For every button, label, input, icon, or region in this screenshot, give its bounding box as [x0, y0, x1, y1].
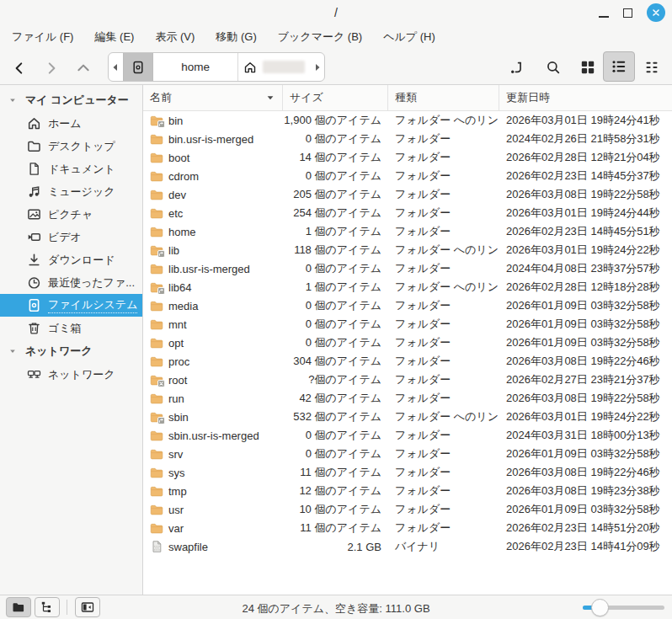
file-row[interactable]: lib.usr-is-merged0 個のアイテムフォルダー2024年04月08… [143, 259, 672, 278]
up-icon[interactable] [72, 59, 94, 77]
file-row[interactable]: etc254 個のアイテムフォルダー2026年03月01日 19時24分44秒 [143, 204, 672, 222]
menu-item-view[interactable]: 表示 (V) [155, 29, 195, 45]
cell-name: swapfile [143, 540, 283, 553]
column-header-modified[interactable]: 更新日時 [499, 85, 672, 110]
compact-view-icon[interactable] [643, 59, 660, 76]
maximize-icon[interactable] [623, 8, 632, 18]
sidebar-item-pictures[interactable]: ピクチャ [0, 203, 142, 226]
file-name: sys [168, 467, 185, 479]
menu-item-edit[interactable]: 編集 (E) [94, 29, 134, 45]
menu-item-file[interactable]: ファイル (F) [12, 29, 73, 45]
file-row[interactable]: home1 個のアイテムフォルダー2026年02月23日 14時45分51秒 [143, 222, 672, 241]
expander-icon[interactable] [8, 347, 17, 355]
cell-size: 11 個のアイテム [283, 465, 388, 480]
file-name: swapfile [168, 541, 208, 553]
file-row[interactable]: opt0 個のアイテムフォルダー2026年01月09日 03時32分58秒 [143, 334, 672, 352]
sidebar-section-network[interactable]: ネットワーク [0, 339, 142, 363]
minimize-icon[interactable] [599, 8, 609, 18]
file-row[interactable]: swapfile2.1 GBバイナリ2026年02月23日 14時41分09秒 [143, 537, 672, 556]
folder-icon [27, 139, 41, 153]
sidebar-section-my-computer[interactable]: マイ コンピューター [0, 88, 142, 112]
cell-size: 532 個のアイテム [283, 409, 388, 424]
breadcrumb-scroll-right-icon[interactable] [310, 53, 324, 81]
column-header-type[interactable]: 種類 [388, 85, 499, 110]
sidebar-item-documents[interactable]: ドキュメント [0, 157, 142, 180]
file-row[interactable]: cdrom0 個のアイテムフォルダー2026年02月23日 14時45分37秒 [143, 167, 672, 185]
menu-item-go[interactable]: 移動 (G) [216, 29, 256, 45]
folder-icon [150, 447, 163, 461]
breadcrumb-scroll-left-icon[interactable] [109, 53, 123, 81]
sidebar-item-desktop[interactable]: デスクトップ [0, 135, 142, 157]
file-row[interactable]: tmp12 個のアイテムフォルダー2026年03月08日 19時23分38秒 [143, 482, 672, 500]
file-row[interactable]: mnt0 個のアイテムフォルダー2026年01月09日 03時32分58秒 [143, 315, 672, 334]
cell-type: フォルダー [388, 465, 499, 480]
sidebar-item-recent[interactable]: 最近使ったファ... [0, 271, 142, 294]
cell-type: フォルダー [388, 483, 499, 499]
menu-item-bookmarks[interactable]: ブックマーク (B) [278, 29, 362, 45]
cell-type: フォルダー [388, 187, 499, 202]
folder-icon [150, 484, 163, 498]
column-header-name[interactable]: 名前 [143, 85, 283, 110]
file-row[interactable]: bin.usr-is-merged0 個のアイテムフォルダー2024年02月26… [143, 130, 672, 148]
link-emblem-icon [157, 250, 165, 257]
folder-icon [150, 410, 163, 424]
menu-item-help[interactable]: ヘルプ (H) [383, 29, 435, 45]
sidebar-item-network[interactable]: ネットワーク [0, 363, 142, 386]
file-row[interactable]: sbin.usr-is-merged0 個のアイテムフォルダー2024年03月3… [143, 426, 672, 445]
icon-view-icon[interactable] [579, 59, 596, 76]
back-icon[interactable] [8, 59, 30, 77]
link-emblem-icon [157, 120, 165, 127]
breadcrumb-filesystem-root[interactable] [123, 53, 153, 81]
file-row[interactable]: usr10 個のアイテムフォルダー2026年01月09日 03時32分58秒 [143, 500, 672, 519]
status-bar: 24 個のアイテム、空き容量: 111.0 GB [0, 595, 672, 619]
cell-modified: 2026年03月01日 19時24分22秒 [499, 243, 672, 258]
breadcrumb-home[interactable]: home [153, 53, 238, 81]
file-row[interactable]: lib641 個のアイテムフォルダー へのリンク2026年02月28日 12時1… [143, 278, 672, 296]
close-icon[interactable] [647, 3, 665, 22]
cell-name: dev [143, 188, 283, 201]
file-row[interactable]: dev205 個のアイテムフォルダー2026年03月08日 19時22分58秒 [143, 185, 672, 204]
file-row[interactable]: run42 個のアイテムフォルダー2026年03月08日 19時22分58秒 [143, 389, 672, 408]
file-row[interactable]: var11 個のアイテムフォルダー2026年02月23日 14時51分20秒 [143, 519, 672, 537]
breadcrumb-user-home[interactable] [238, 53, 310, 81]
expander-icon[interactable] [8, 96, 17, 104]
cell-modified: 2026年02月23日 14時41分09秒 [499, 539, 672, 554]
file-row[interactable]: bin1,900 個のアイテムフォルダー へのリンク2026年03月01日 19… [143, 111, 672, 130]
cell-name: run [143, 392, 283, 405]
location-entry-icon[interactable] [509, 59, 525, 76]
file-name: mnt [168, 318, 187, 331]
sidebar-item-label: ネットワーク [48, 367, 115, 382]
sidebar-item-label: ピクチャ [48, 207, 93, 222]
list-view-button[interactable] [603, 51, 635, 82]
file-name: bin.usr-is-merged [168, 133, 253, 146]
file-row[interactable]: proc304 個のアイテムフォルダー2026年03月08日 19時22分46秒 [143, 352, 672, 371]
sidebar-item-filesystem[interactable]: ファイルシステム [0, 294, 142, 317]
sidebar-item-trash[interactable]: ゴミ箱 [0, 317, 142, 339]
cell-name: lib64 [143, 280, 283, 294]
folder-icon [150, 503, 163, 516]
file-row[interactable]: root?個のアイテムフォルダー2026年02月27日 23時21分37秒 [143, 371, 672, 389]
file-row[interactable]: boot14 個のアイテムフォルダー2026年02月28日 12時21分04秒 [143, 148, 672, 167]
cell-type: フォルダー [388, 150, 499, 165]
sidebar-item-downloads[interactable]: ダウンロード [0, 248, 142, 271]
forward-icon[interactable] [40, 59, 62, 77]
file-row[interactable]: lib118 個のアイテムフォルダー へのリンク2026年03月01日 19時2… [143, 241, 672, 259]
column-header-size[interactable]: サイズ [283, 85, 388, 110]
file-row[interactable]: sys11 個のアイテムフォルダー2026年03月08日 19時22分46秒 [143, 463, 672, 482]
cell-size: 0 個のアイテム [283, 428, 388, 443]
cell-type: フォルダー [388, 446, 499, 462]
search-icon[interactable] [545, 59, 562, 76]
sort-descending-icon [265, 93, 275, 103]
sidebar-item-music[interactable]: ミュージック [0, 180, 142, 203]
file-row[interactable]: srv0 個のアイテムフォルダー2026年01月09日 03時32分58秒 [143, 445, 672, 463]
zoom-slider-handle[interactable] [591, 599, 609, 616]
sidebar-item-home[interactable]: ホーム [0, 112, 142, 135]
sidebar-item-videos[interactable]: ビデオ [0, 226, 142, 248]
cell-type: フォルダー [388, 335, 499, 350]
file-row[interactable]: media0 個のアイテムフォルダー2026年01月09日 03時32分58秒 [143, 296, 672, 315]
sidebar-section-label: マイ コンピューター [25, 93, 129, 108]
folder-icon [150, 132, 163, 146]
folder-icon [150, 262, 163, 275]
cell-name: usr [143, 503, 283, 516]
file-row[interactable]: sbin532 個のアイテムフォルダー へのリンク2026年03月01日 19時… [143, 408, 672, 426]
